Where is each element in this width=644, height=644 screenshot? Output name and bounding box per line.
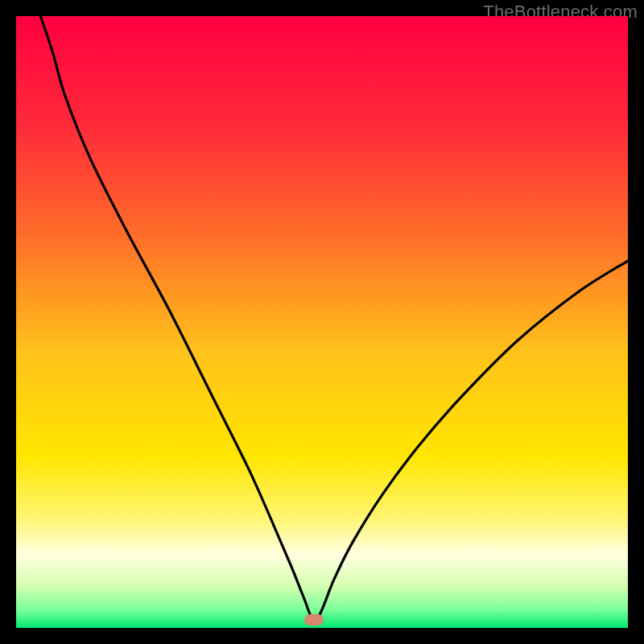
optimum-marker	[304, 614, 324, 625]
bottleneck-curve	[16, 16, 628, 628]
plot-area	[16, 16, 628, 628]
chart-frame: TheBottleneck.com	[0, 0, 644, 644]
curve-line	[40, 16, 628, 622]
